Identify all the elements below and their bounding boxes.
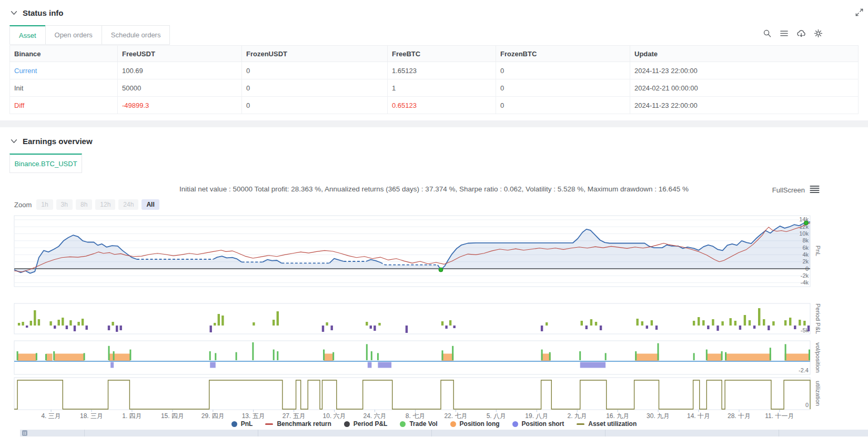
legend-label: PnL	[241, 420, 253, 428]
cell: 0	[496, 62, 630, 79]
svg-text:13. 五月: 13. 五月	[242, 412, 265, 420]
legend-asset-utilization[interactable]: Asset utilization	[577, 420, 637, 428]
svg-text:-4k: -4k	[801, 279, 809, 286]
scrollbar-handle[interactable]	[22, 430, 27, 436]
svg-text:5. 八月: 5. 八月	[487, 412, 506, 420]
svg-text:vol/position: vol/position	[815, 342, 821, 373]
column-header-update: Update	[630, 46, 859, 62]
legend-period-p-l[interactable]: Period P&L	[344, 420, 388, 428]
svg-text:19. 八月: 19. 八月	[525, 412, 548, 420]
table-toolbar	[763, 29, 823, 38]
cell[interactable]: Current	[10, 62, 118, 79]
column-header-binance: Binance	[10, 46, 118, 62]
table-row-current: Current100.6901.6512302024-11-23 22:00:0…	[10, 62, 859, 79]
svg-text:22. 七月: 22. 七月	[444, 412, 467, 420]
svg-text:utilization: utilization	[815, 381, 821, 406]
status-info-header: Status info	[11, 8, 64, 17]
cell: 0	[242, 97, 388, 114]
asset-table: BinanceFreeUSDTFrozenUSDTFreeBTCFrozenBT…	[9, 45, 859, 114]
cell: 1	[388, 79, 496, 97]
cell: 0.65123	[388, 97, 496, 114]
svg-text:0: 0	[805, 402, 809, 408]
legend-pnl[interactable]: PnL	[231, 420, 253, 428]
cell: 0	[242, 62, 388, 79]
cell: 2024-11-23 22:00:00	[630, 62, 859, 79]
gear-icon[interactable]	[814, 29, 823, 38]
cell: 1.65123	[388, 62, 496, 79]
cell: 0	[242, 79, 388, 97]
cell: -49899.3	[118, 97, 242, 114]
list-icon[interactable]	[780, 29, 789, 38]
search-icon[interactable]	[763, 29, 772, 38]
cell: 0	[496, 79, 630, 97]
legend-label: Trade Vol	[409, 420, 437, 428]
legend-label: Benchmark return	[277, 420, 331, 428]
fullscreen-label: FullScreen	[772, 186, 805, 194]
legend-position-short[interactable]: Position short	[512, 420, 564, 428]
status-info-title: Status info	[23, 8, 64, 17]
legend-trade-vol[interactable]: Trade Vol	[400, 420, 437, 428]
zoom-24h-button[interactable]: 24h	[118, 199, 138, 210]
cell: Init	[10, 79, 118, 97]
cell: 2024-11-23 22:00:00	[630, 97, 859, 114]
svg-text:30. 九月: 30. 九月	[647, 412, 670, 420]
chart-stats-summary: Initial net value : 50000 Total profit: …	[0, 185, 868, 193]
legend-label: Position short	[522, 420, 564, 428]
cloud-download-icon[interactable]	[796, 29, 806, 38]
chart-scrollbar[interactable]	[20, 430, 868, 436]
tab-binance-btc-usdt[interactable]: Binance.BTC_USDT	[9, 154, 82, 173]
svg-text:4. 三月: 4. 三月	[41, 412, 60, 420]
svg-text:-2k: -2k	[801, 272, 809, 279]
column-header-frozenbtc: FrozenBTC	[496, 46, 630, 62]
svg-text:-2.4: -2.4	[799, 367, 809, 373]
column-header-frozenusdt: FrozenUSDT	[242, 46, 388, 62]
collapse-chevron-icon[interactable]	[11, 139, 17, 144]
svg-text:-5k: -5k	[801, 327, 809, 333]
pnl-swatch-icon	[231, 421, 237, 427]
svg-text:18. 三月: 18. 三月	[80, 412, 103, 420]
zoom-12h-button[interactable]: 12h	[95, 199, 115, 210]
status-tabs: Asset Open orders Schedule orders	[9, 25, 170, 45]
tab-schedule-orders[interactable]: Schedule orders	[102, 25, 170, 45]
zoom-3h-button[interactable]: 3h	[56, 199, 73, 210]
legend-label: Asset utilization	[588, 420, 637, 428]
tab-open-orders[interactable]: Open orders	[45, 25, 102, 45]
table-header-row: BinanceFreeUSDTFrozenUSDTFreeBTCFrozenBT…	[10, 46, 859, 62]
svg-text:11. 十一月: 11. 十一月	[765, 412, 794, 420]
svg-text:28. 十月: 28. 十月	[728, 412, 751, 420]
cell: 2024-02-21 00:00:00	[630, 79, 859, 97]
position-long-swatch-icon	[450, 421, 456, 427]
svg-text:24. 六月: 24. 六月	[363, 412, 386, 420]
column-header-freebtc: FreeBTC	[388, 46, 496, 62]
column-header-freeusdt: FreeUSDT	[118, 46, 242, 62]
earnings-overview-header: Earnings overview	[11, 137, 93, 146]
earnings-chart[interactable]: 14k12k10k8k6k4k2k0-2k-4kPnLPeriod P&Lvol…	[0, 213, 868, 423]
trading-dashboard: Status info Asset Open orders Schedule o…	[0, 0, 868, 437]
svg-text:10. 六月: 10. 六月	[323, 412, 346, 420]
table-row-init: Init500000102024-02-21 00:00:00	[10, 79, 859, 97]
cell: Diff	[10, 97, 118, 114]
zoom-label: Zoom	[14, 201, 32, 209]
svg-text:29. 四月: 29. 四月	[201, 412, 225, 420]
table-row-diff: Diff-49899.300.6512302024-11-23 22:00:00	[10, 97, 859, 114]
hamburger-menu-icon[interactable]	[810, 185, 820, 195]
tab-asset[interactable]: Asset	[9, 25, 46, 45]
zoom-8h-button[interactable]: 8h	[76, 199, 92, 210]
svg-text:1. 四月: 1. 四月	[122, 412, 142, 420]
period-p-l-swatch-icon	[344, 421, 350, 427]
fullscreen-expand-icon[interactable]	[855, 8, 864, 17]
collapse-chevron-icon[interactable]	[11, 11, 17, 15]
svg-text:27. 五月: 27. 五月	[282, 412, 306, 420]
legend-label: Period P&L	[354, 420, 388, 428]
svg-text:8. 七月: 8. 七月	[406, 412, 425, 420]
legend-position-long[interactable]: Position long	[450, 420, 500, 428]
chart-fullscreen-control[interactable]: FullScreen	[768, 185, 820, 195]
zoom-all-button[interactable]: All	[142, 199, 159, 210]
svg-text:2. 九月: 2. 九月	[568, 412, 587, 420]
legend-benchmark-return[interactable]: Benchmark return	[265, 420, 331, 428]
chart-legend: PnLBenchmark returnPeriod P&LTrade VolPo…	[0, 420, 868, 428]
position-short-swatch-icon	[512, 421, 518, 427]
svg-text:Period P&L: Period P&L	[815, 303, 821, 334]
zoom-1h-button[interactable]: 1h	[36, 199, 53, 210]
legend-label: Position long	[460, 420, 500, 428]
